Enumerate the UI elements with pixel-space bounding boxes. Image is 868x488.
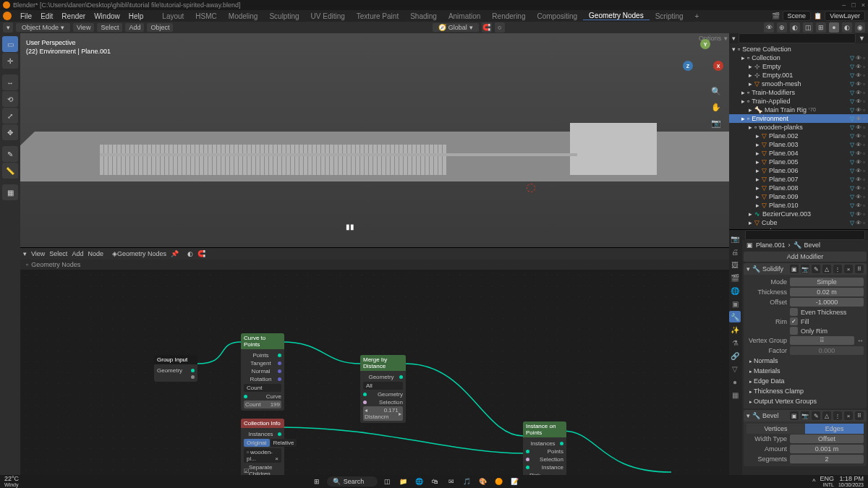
outliner-item[interactable]: ▸▽Plane.010▽👁▫ xyxy=(729,201,868,210)
extras-dropdown[interactable]: ⋮ xyxy=(833,411,842,420)
show-cage-icon[interactable]: △ xyxy=(822,265,831,273)
blender-taskbar-icon[interactable]: 🟠 xyxy=(493,476,505,487)
taskbar-search[interactable]: 🔍Search xyxy=(327,476,378,487)
snap-button[interactable]: 🧲 xyxy=(482,22,492,33)
menu-help[interactable]: Help xyxy=(124,12,148,20)
outliner-item[interactable]: ▸▽Cube▽👁▫ xyxy=(729,218,868,227)
outliner-item[interactable]: ▸▫Collection▽👁▫ xyxy=(729,53,868,62)
menu-file[interactable]: File xyxy=(16,12,36,20)
menu-edit[interactable]: Edit xyxy=(36,12,57,20)
outliner-search[interactable] xyxy=(739,33,856,43)
outliner-item[interactable]: ▸∿BezierCurve.003▽👁▫ xyxy=(729,210,868,218)
show-editmode-icon[interactable]: ✎ xyxy=(812,411,820,420)
node-snap[interactable]: 🧲 xyxy=(197,250,205,257)
edge-icon[interactable]: 🌐 xyxy=(414,476,425,487)
workspace-tab[interactable]: Geometry Nodes xyxy=(583,12,650,20)
editor-type-dropdown[interactable]: ▾ xyxy=(3,22,13,33)
outliner-item[interactable]: ▸▫Environment▽👁▫ xyxy=(729,114,868,123)
breadcrumb-text[interactable]: Geometry Nodes xyxy=(31,261,80,268)
close-button[interactable]: × xyxy=(861,1,865,9)
section-edge-data[interactable]: Edge Data xyxy=(746,376,864,386)
fill-check[interactable] xyxy=(790,317,798,325)
show-cage-icon[interactable]: △ xyxy=(822,411,831,420)
tab-vertices[interactable]: Vertices xyxy=(746,424,805,434)
outliner-item[interactable]: ▸▽Plane.008▽👁▫ xyxy=(729,184,868,192)
delete-modifier[interactable]: × xyxy=(844,411,853,420)
props-tab-object[interactable]: ▣ xyxy=(729,298,741,309)
outliner-item[interactable]: ▸🦴Main Train Rigᵗ70▽👁▫ xyxy=(729,106,868,114)
props-tab-particles[interactable]: ✨ xyxy=(729,324,741,335)
shading-wireframe[interactable]: ⊞ xyxy=(816,22,826,33)
vertex-group-field[interactable]: ⠿ xyxy=(790,336,854,345)
scene-field[interactable]: Scene xyxy=(783,11,812,21)
menu-add[interactable]: Add xyxy=(125,23,144,32)
props-tab-render[interactable]: 📷 xyxy=(729,233,741,244)
crumb-object[interactable]: Plane.001 xyxy=(756,241,786,249)
mode-dropdown[interactable]: Simple xyxy=(790,278,864,286)
show-render-icon[interactable]: 📷 xyxy=(801,265,809,273)
outliner-item[interactable]: ▸▽Plane.005▽👁▫ xyxy=(729,158,868,166)
amount-field[interactable]: 0.001 m xyxy=(790,445,864,453)
props-search[interactable] xyxy=(745,230,865,240)
tab-edges[interactable]: Edges xyxy=(805,424,864,434)
add-modifier-button[interactable]: Add Modifier xyxy=(744,252,867,262)
props-tab-modifiers[interactable]: 🔧 xyxy=(729,311,741,322)
shading-rendered[interactable]: ◉ xyxy=(855,22,865,33)
navigation-gizmo[interactable]: Y X Z xyxy=(683,39,723,80)
outliner-item[interactable]: ▸⊹Empty.001▽👁▫ xyxy=(729,71,868,80)
show-editmode-icon[interactable]: ✎ xyxy=(812,265,820,273)
menu-window[interactable]: Window xyxy=(90,12,124,20)
tool-transform[interactable]: ✥ xyxy=(2,124,18,140)
overlay-toggle[interactable]: ◐ xyxy=(790,22,800,33)
props-tab-physics[interactable]: ⚗ xyxy=(729,337,741,348)
node-group-input[interactable]: Group Input Geometry xyxy=(154,355,197,382)
outliner-item[interactable]: ▸⊹Empty▽👁▫ xyxy=(729,62,868,71)
props-tab-viewlayer[interactable]: 🖼 xyxy=(729,259,741,270)
extras-dropdown[interactable]: ⋮ xyxy=(833,265,842,273)
workspace-tab[interactable]: Rendering xyxy=(486,12,531,20)
outliner-item[interactable]: ▸▽smooth-mesh▽👁▫ xyxy=(729,80,868,88)
axis-y[interactable]: Y xyxy=(700,39,710,49)
tool-scale[interactable]: ⤢ xyxy=(2,108,18,124)
props-tab-data[interactable]: ▽ xyxy=(729,363,741,374)
tool-measure[interactable]: 📏 xyxy=(2,163,18,179)
outliner-item[interactable]: ▸▫Train-Applied▽👁▫ xyxy=(729,97,868,106)
section-output-vg[interactable]: Output Vertex Groups xyxy=(746,396,864,406)
viewlayer-field[interactable]: ViewLayer xyxy=(825,11,865,21)
width-type-dropdown[interactable]: Offset xyxy=(790,435,864,443)
app-icon[interactable]: 📝 xyxy=(509,476,521,487)
workspace-tab[interactable]: Scripting xyxy=(650,12,689,20)
pin-button[interactable]: 📌 xyxy=(171,250,179,257)
section-materials[interactable]: Materials xyxy=(746,366,864,376)
node-menu-select[interactable]: Select xyxy=(49,250,67,257)
show-viewport-icon[interactable]: ▣ xyxy=(790,265,799,273)
menu-object[interactable]: Object xyxy=(147,23,173,32)
workspace-tab[interactable]: HSMC xyxy=(190,12,222,20)
tool-move[interactable]: ↔ xyxy=(2,74,18,90)
workspace-tab[interactable]: Compositing xyxy=(532,12,584,20)
mode-dropdown[interactable]: Object Mode▾ xyxy=(16,23,70,32)
props-tab-world[interactable]: 🌐 xyxy=(729,285,741,296)
props-tab-output[interactable]: 🖨 xyxy=(729,246,741,257)
axis-z[interactable]: Z xyxy=(683,61,693,71)
factor-field[interactable]: 0.000 xyxy=(790,346,864,355)
xray-toggle[interactable]: ◫ xyxy=(803,22,813,33)
outliner-item[interactable]: ▸▽Plane.004▽👁▫ xyxy=(729,149,868,158)
outliner-item[interactable]: ▸▽Plane.009▽👁▫ xyxy=(729,192,868,201)
explorer-icon[interactable]: 📁 xyxy=(398,476,409,487)
show-viewport-icon[interactable]: ▣ xyxy=(790,411,799,420)
node-menu-node[interactable]: Node xyxy=(88,250,103,257)
outliner[interactable]: ▾ ▼ ▾▫Scene Collection▸▫Collection▽👁▫▸⊹E… xyxy=(729,33,868,230)
thickness-field[interactable]: 0.02 m xyxy=(790,288,864,296)
visibility-toggle[interactable]: 👁 xyxy=(764,22,774,33)
app-icon[interactable]: 🎵 xyxy=(461,476,473,487)
mode-dropdown[interactable]: Count xyxy=(244,384,281,392)
tool-annotate[interactable]: ✎ xyxy=(2,146,18,162)
workspace-add-tab[interactable]: + xyxy=(689,12,705,20)
tool-select-box[interactable]: ▭ xyxy=(2,36,18,52)
section-thickness-clamp[interactable]: Thickness Clamp xyxy=(746,386,864,396)
node-overlay[interactable]: ◐ xyxy=(187,250,193,257)
offset-field[interactable]: -1.0000 xyxy=(790,298,864,307)
outliner-item[interactable]: ▸▫wooden-planks▽👁▫ xyxy=(729,123,868,132)
node-editor-type[interactable]: ▾ xyxy=(23,250,27,257)
